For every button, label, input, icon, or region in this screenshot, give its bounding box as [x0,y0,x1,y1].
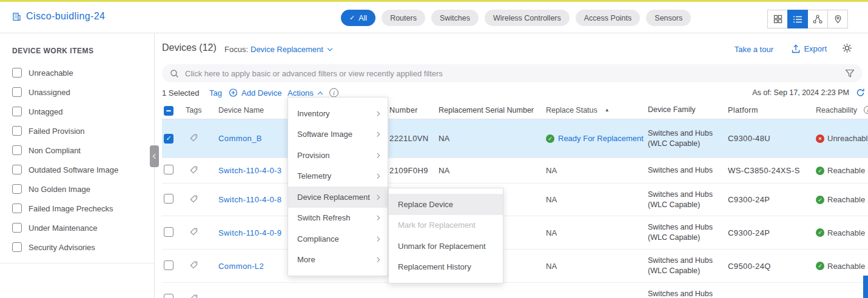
grid-view-button[interactable] [767,10,788,28]
actions-label: Actions [288,88,314,98]
column-header-reachability[interactable]: Reachability i [814,106,868,114]
column-header-tags[interactable]: Tags [182,106,215,114]
map-view-button[interactable] [827,10,848,28]
select-all-checkbox[interactable] [164,106,173,116]
actions-menu-item-telemetry[interactable]: Telemetry [288,166,388,187]
filter-pill-switches[interactable]: Switches [431,10,479,26]
checkbox[interactable] [12,165,22,174]
filter-funnel-icon[interactable] [845,69,855,78]
tag-icon[interactable] [190,195,198,203]
actions-menu-item-inventory[interactable]: Inventory [288,103,388,124]
checkbox[interactable] [12,107,22,116]
refresh-icon[interactable] [856,88,865,98]
sidebar-item-failed-image-prechecks[interactable]: Failed Image Prechecks [0,199,154,218]
actions-menu-item-more[interactable]: More [288,250,388,271]
sidebar-item-untagged[interactable]: Untagged [0,102,154,121]
checkbox[interactable] [12,204,22,213]
actions-menu-button[interactable]: Actions [288,88,322,98]
row-checkbox[interactable] [164,194,173,204]
topology-view-button[interactable] [807,10,828,28]
sidebar-item-non-compliant[interactable]: Non Compliant [0,141,154,160]
info-icon[interactable]: i [329,88,338,98]
actions-menu-item-device-replacement[interactable]: Device Replacement [288,187,388,208]
reachability-cell: ✓Reachable [814,195,868,204]
checkbox[interactable] [12,223,22,233]
sidebar-item-outdated-software-image[interactable]: Outdated Software Image [0,160,154,179]
device-family-cell: Switches and Hubs (WLC Capable) [648,190,728,210]
search-input[interactable]: Click here to apply basic or advanced fi… [162,64,863,82]
settings-gear-icon[interactable] [842,43,852,55]
row-checkbox[interactable] [164,260,173,270]
checkbox[interactable] [12,145,22,155]
column-header-replace-status[interactable]: Replace Status ▲ [546,106,648,114]
list-view-button[interactable] [787,10,808,28]
tag-icon[interactable] [190,166,198,174]
table-row[interactable]: Switches and Hubs (WLC Capable) [162,283,868,298]
sidebar-item-label: Failed Provision [29,127,85,136]
focus-value: Device Replacement [251,45,323,54]
unreachable-icon: × [816,134,824,143]
site-selector[interactable]: Cisco-buidling-24 [12,11,105,22]
device-name-link[interactable]: Switch-110-4-0-8 [218,195,281,204]
checkbox[interactable] [12,126,22,136]
actions-menu-item-provision[interactable]: Provision [288,145,388,166]
sidebar-item-failed-provision[interactable]: Failed Provision [0,121,154,141]
column-header-platform[interactable]: Platform [728,106,814,114]
device-name-link[interactable]: Common_B [218,134,262,143]
actions-menu-item-software-image[interactable]: Software Image [288,124,388,145]
column-header-replacement-serial-number[interactable]: Replacement Serial Number [439,106,546,114]
device-family-cell: Switches and Hubs [648,165,728,176]
row-checkbox[interactable] [164,165,173,174]
device-name-link[interactable]: Switch-110-4-0-9 [218,228,281,237]
filter-pill-wireless-controllers[interactable]: Wireless Controllers [485,10,570,26]
replace-status-cell: NA [546,262,648,271]
checkbox[interactable] [12,68,22,78]
sidebar-item-unreachable[interactable]: Unreachable [0,63,154,82]
actions-menu-item-switch-refresh[interactable]: Switch Refresh [288,208,388,229]
sidebar-item-no-golden-image[interactable]: No Golden Image [0,179,154,199]
add-device-button[interactable]: Add Device [229,88,281,98]
table-row[interactable]: Switch-110-4-0-8NASwitches and Hubs (WLC… [162,184,868,216]
row-checkbox[interactable] [164,294,173,298]
row-checkbox[interactable] [164,227,173,237]
sidebar-item-label: Outdated Software Image [29,165,118,174]
focus-dropdown[interactable]: Device Replacement [251,45,332,54]
tag-icon[interactable] [190,134,198,142]
filter-pill-routers[interactable]: Routers [382,10,425,26]
table-row[interactable]: Switch-110-4-0-32109F0H9NANASwitches and… [162,158,868,184]
table-row[interactable]: Switch-110-4-0-9NASwitches and Hubs (WLC… [162,216,868,250]
actions-menu-item-compliance[interactable]: Compliance [288,228,388,250]
filter-pill-sensors[interactable]: Sensors [646,10,691,26]
sidebar-item-security-advisories[interactable]: Security Advisories [0,237,154,257]
checkbox[interactable] [12,242,22,252]
device-name-link[interactable]: Switch-110-4-0-3 [218,166,281,175]
table-row[interactable]: Common_B2221L0VNNA✓Ready For Replacement… [162,119,868,158]
filter-pill-all[interactable]: ✓All [341,10,375,26]
table-row[interactable]: Common-L2NASwitches and Hubs (WLC Capabl… [162,250,868,283]
sidebar-item-unassigned[interactable]: Unassigned [0,82,154,102]
tag-icon[interactable] [190,294,198,298]
tag-icon[interactable] [190,228,198,236]
reachable-icon: ✓ [816,167,824,175]
take-a-tour-link[interactable]: Take a tour [735,45,773,54]
replacement-serial-cell: NA [439,166,546,175]
device-name-link[interactable]: Common-L2 [218,262,264,271]
export-button[interactable]: Export [792,44,827,53]
filter-pill-label: Wireless Controllers [493,14,561,22]
reachability-cell: ✓Reachable [814,262,868,271]
checkbox[interactable] [12,87,22,97]
submenu-item-replacement-history[interactable]: Replacement History [389,257,503,278]
tag-icon[interactable] [190,261,198,269]
sidebar-item-label: No Golden Image [29,185,90,194]
tag-button[interactable]: Tag [209,88,222,98]
sidebar-item-under-maintenance[interactable]: Under Maintenance [0,218,154,237]
checkbox[interactable] [12,184,22,194]
sidebar-collapse-handle[interactable] [150,145,159,167]
vertical-scrollbar-thumb[interactable] [863,276,868,298]
filter-pill-access-points[interactable]: Access Points [576,10,641,26]
list-view-icon [793,15,802,24]
submenu-item-unmark-for-replacement[interactable]: Unmark for Replacement [389,236,503,257]
submenu-item-replace-device[interactable]: Replace Device [389,194,503,215]
row-checkbox[interactable] [164,134,173,144]
column-header-device-family[interactable]: Device Family [648,105,728,115]
